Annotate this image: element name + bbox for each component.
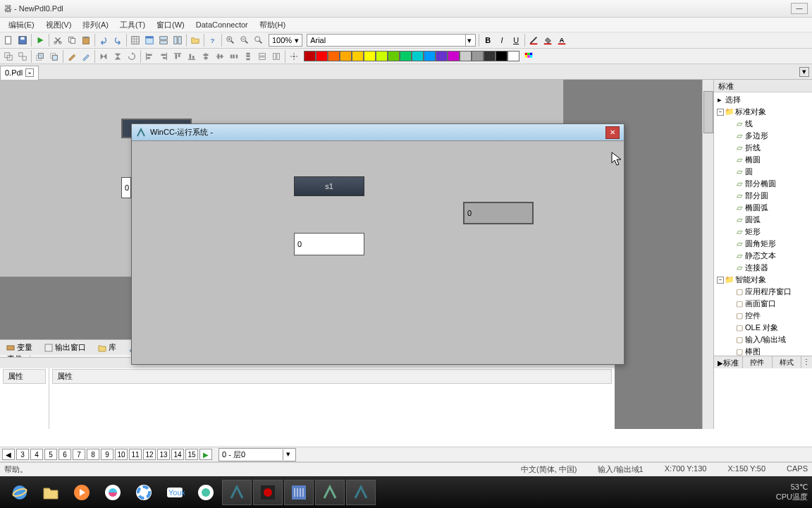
send-back-icon[interactable] [48,50,61,63]
flip-h-icon[interactable] [97,50,110,63]
layer-button[interactable]: 10 [115,449,128,460]
tree-smart-item[interactable]: ▢画面窗口 [715,298,811,310]
distribute-h-icon[interactable] [228,50,240,63]
menu-dataconnector[interactable]: DataConnector [190,19,254,30]
color-swatch[interactable] [484,51,496,61]
color-swatch[interactable] [472,51,484,61]
tree-smart-item[interactable]: ▢应用程序窗口 [715,286,811,298]
same-height-icon[interactable] [270,50,283,63]
layer-button[interactable]: 14 [171,449,184,460]
runtime-close-button[interactable]: ✕ [605,126,620,139]
tree-shape-item[interactable]: ▱圆弧 [715,214,811,226]
tree-shape-item[interactable]: ▱静态文本 [715,250,811,262]
canvas-io-field[interactable]: 0 [121,177,131,198]
bold-icon[interactable]: B [481,34,494,47]
tree-smart-objects[interactable]: −📁智能对象 [715,274,811,286]
color-swatch[interactable] [448,51,460,61]
tree-shape-item[interactable]: ▱圆角矩形 [715,238,811,250]
color-swatch[interactable] [508,51,519,61]
tree-shape-item[interactable]: ▱矩形 [715,226,811,238]
btab-tags[interactable]: 变量 [3,341,35,354]
runtime-titlebar[interactable]: WinCC-运行系统 - ✕ [132,124,624,141]
distribute-v-icon[interactable] [242,50,254,63]
wand-icon[interactable] [66,50,78,63]
align-center-h-icon[interactable] [199,50,212,63]
taskbar-wincc-2[interactable] [346,480,376,505]
zoom-in-icon[interactable] [224,34,237,47]
color-swatch[interactable] [376,51,388,61]
save-icon[interactable] [16,34,29,47]
zoom-out-icon[interactable] [238,34,251,47]
ungroup-icon[interactable] [16,50,29,63]
taskbar-wincc-rt[interactable] [315,480,345,505]
new-icon[interactable] [2,34,15,47]
tree-smart-item[interactable]: ▢控件 [715,310,811,322]
tree-shape-item[interactable]: ▱椭圆 [715,154,811,166]
align-bottom-icon[interactable] [185,50,198,63]
vertical-scrollbar[interactable] [702,80,713,429]
color-swatch[interactable] [412,51,424,61]
tree-shape-item[interactable]: ▱部分椭圆 [715,178,811,190]
run-icon[interactable] [34,34,47,47]
underline-icon[interactable]: U [510,34,522,47]
expand-icon[interactable]: − [717,277,724,284]
expand-icon[interactable]: − [717,109,724,116]
align-left-icon[interactable] [143,50,156,63]
layer-button[interactable]: 12 [143,449,156,460]
layer-button[interactable]: 3 [16,449,29,460]
layer-button[interactable]: 11 [129,449,142,460]
bring-front-icon[interactable] [34,50,47,63]
tree-shape-item[interactable]: ▱椭圆弧 [715,202,811,214]
layer-button[interactable]: 6 [59,449,71,460]
help-icon[interactable]: ? [207,34,219,47]
menu-arrange[interactable]: 排列(A) [77,18,114,32]
color-swatch[interactable] [340,51,352,61]
runtime-button-s1[interactable]: s1 [294,176,364,196]
taskbar-wincc-editor[interactable] [222,480,252,505]
align-center-v-icon[interactable] [214,50,226,63]
rotate-icon[interactable] [125,50,138,63]
fill-color-icon[interactable] [541,34,554,47]
tree-smart-item[interactable]: ▢OLE 对象 [715,322,811,334]
layer-button[interactable]: 9 [101,449,113,460]
undo-icon[interactable] [97,34,110,47]
menu-tools[interactable]: 工具(T) [114,18,151,32]
menu-window[interactable]: 窗口(W) [151,18,190,32]
tree-shape-item[interactable]: ▱多边形 [715,130,811,142]
taskbar-recorder[interactable] [253,480,283,505]
tab-close-icon[interactable]: × [25,68,34,77]
group-icon[interactable] [2,50,15,63]
taskbar-app4[interactable] [284,480,314,505]
palette-tab-style[interactable]: 样式 [772,356,801,368]
redo-icon[interactable] [111,34,124,47]
color-swatch[interactable] [436,51,448,61]
cut-icon[interactable] [51,34,64,47]
taskbar-youku[interactable]: Youku [160,480,190,505]
italic-icon[interactable]: I [496,34,508,47]
tree-std-objects[interactable]: −📁标准对象 [715,106,811,118]
align-right-icon[interactable] [157,50,170,63]
color-swatch[interactable] [352,51,364,61]
layer-combo[interactable]: 0 - 层0▾ [219,448,296,461]
font-color-icon[interactable]: A [555,34,568,47]
zoom-fit-icon[interactable] [252,34,265,47]
color-swatch[interactable] [460,51,472,61]
btab-output[interactable]: 输出窗口 [41,341,89,354]
tree-shape-item[interactable]: ▱连接器 [715,262,811,274]
menu-view[interactable]: 视图(V) [40,18,78,32]
center-icon[interactable] [288,50,300,63]
color-swatch[interactable] [364,51,376,61]
color-swatch[interactable] [496,51,508,61]
layer-button[interactable]: 13 [157,449,170,460]
tree-shape-item[interactable]: ▱部分圆 [715,190,811,202]
flip-v-icon[interactable] [111,50,124,63]
taskbar-app1[interactable] [98,480,128,505]
grid-icon[interactable] [129,34,142,47]
color-swatch[interactable] [388,51,400,61]
palette-tab-more[interactable]: ⋮ [801,356,812,368]
tree-shape-item[interactable]: ▱折线 [715,142,811,154]
taskbar-explorer[interactable] [36,480,66,505]
color-swatch[interactable] [400,51,412,61]
folder-icon[interactable] [189,34,202,47]
wand2-icon[interactable] [80,50,92,63]
